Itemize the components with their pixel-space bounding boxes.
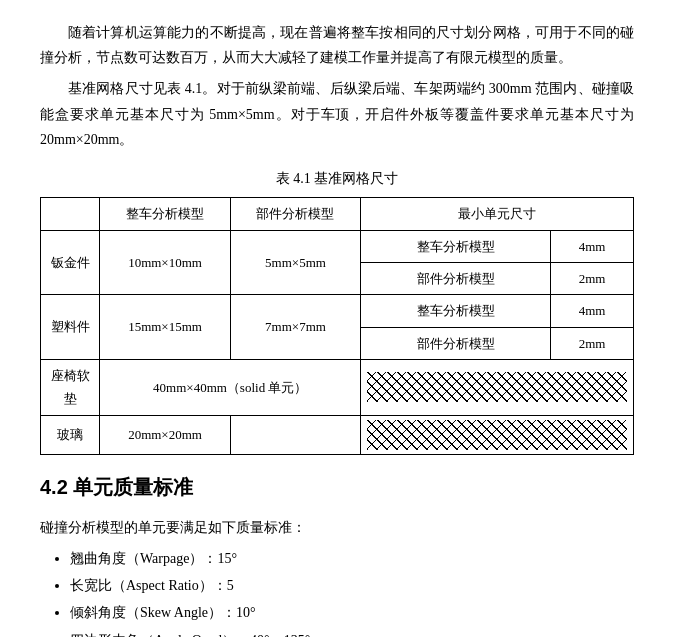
intro-para2: 基准网格尺寸见表 4.1。对于前纵梁前端、后纵梁后端、车架两端约 300mm 范… (40, 76, 634, 152)
table-cell-plastic-part: 7mm×7mm (230, 295, 360, 360)
table-cell-seat-cushion-hatch (361, 360, 634, 416)
table-header-part-model: 部件分析模型 (230, 198, 360, 230)
table-cell-sheet-metal-min-label1: 整车分析模型 (361, 230, 551, 262)
table-cell-seat-cushion-size: 40mm×40mm（solid 单元） (100, 360, 361, 416)
hatch-pattern-1 (367, 372, 627, 402)
list-item-angle-quad: 四边形内角（Angle Quad）：40°～135° (70, 628, 634, 637)
list-item-skew-angle: 倾斜角度（Skew Angle）：10° (70, 600, 634, 625)
section-4-2-title: 4.2 单元质量标准 (40, 469, 634, 505)
table-cell-seat-cushion: 座椅软垫 (41, 360, 100, 416)
table-cell-sheet-metal-min-val1: 4mm (551, 230, 634, 262)
table-cell-plastic-min-val2: 2mm (551, 327, 634, 359)
table-cell-plastic-min-label1: 整车分析模型 (361, 295, 551, 327)
intro-para1: 随着计算机运算能力的不断提高，现在普遍将整车按相同的尺寸划分网格，可用于不同的碰… (40, 20, 634, 70)
table-cell-glass-size: 20mm×20mm (100, 415, 230, 454)
list-item-aspect-ratio: 长宽比（Aspect Ratio）：5 (70, 573, 634, 598)
quality-criteria-list: 翘曲角度（Warpage）：15° 长宽比（Aspect Ratio）：5 倾斜… (70, 546, 634, 637)
table-cell-sheet-metal-full: 10mm×10mm (100, 230, 230, 295)
baseline-grid-table: 整车分析模型 部件分析模型 最小单元尺寸 钣金件 10mm×10mm 5mm×5… (40, 197, 634, 455)
table-cell-glass-hatch (361, 415, 634, 454)
table-cell-plastic-full: 15mm×15mm (100, 295, 230, 360)
table-cell-sheet-metal-part: 5mm×5mm (230, 230, 360, 295)
table-cell-plastic: 塑料件 (41, 295, 100, 360)
table-cell-plastic-min-val1: 4mm (551, 295, 634, 327)
table-cell-sheet-metal-min-val2: 2mm (551, 262, 634, 294)
hatch-pattern-2 (367, 420, 627, 450)
table-title: 表 4.1 基准网格尺寸 (40, 166, 634, 191)
table-cell-sheet-metal: 钣金件 (41, 230, 100, 295)
table-cell-glass-empty (230, 415, 360, 454)
table-cell-glass: 玻璃 (41, 415, 100, 454)
table-header-empty (41, 198, 100, 230)
table-cell-plastic-min-label2: 部件分析模型 (361, 327, 551, 359)
table-header-full-model: 整车分析模型 (100, 198, 230, 230)
section-intro: 碰撞分析模型的单元要满足如下质量标准： (40, 515, 634, 540)
list-item-warpage: 翘曲角度（Warpage）：15° (70, 546, 634, 571)
table-cell-sheet-metal-min-label2: 部件分析模型 (361, 262, 551, 294)
table-header-min-size: 最小单元尺寸 (361, 198, 634, 230)
